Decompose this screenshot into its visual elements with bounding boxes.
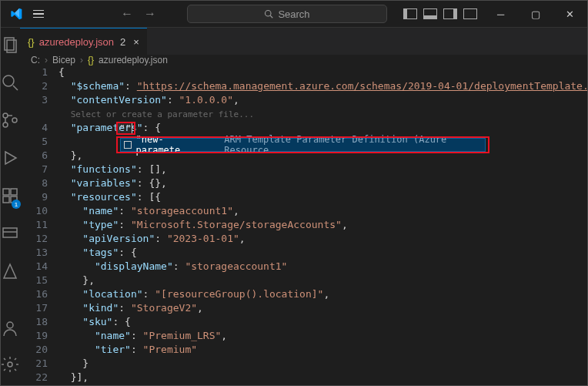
svg-point-16: [7, 322, 13, 328]
highlight-box: [116, 122, 135, 135]
chevron-right-icon: ›: [80, 55, 83, 65]
svg-rect-10: [3, 189, 9, 195]
line-number: 9: [20, 190, 48, 204]
run-debug-icon[interactable]: [1, 149, 19, 170]
line-number: 2: [20, 79, 48, 93]
explorer-icon[interactable]: [1, 35, 19, 56]
tab-close-icon[interactable]: ×: [133, 36, 139, 48]
svg-point-0: [266, 11, 272, 17]
remote-icon[interactable]: [1, 224, 19, 245]
line-number: 18: [20, 315, 48, 329]
line-number: 3: [20, 93, 48, 107]
svg-rect-12: [3, 196, 9, 203]
line-number: 8: [20, 176, 48, 190]
azure-icon[interactable]: [1, 262, 19, 283]
line-number: 21: [20, 357, 48, 371]
accounts-icon[interactable]: [1, 319, 19, 340]
layout-left-icon[interactable]: [403, 8, 417, 19]
search-activity-icon[interactable]: [1, 73, 19, 94]
line-number: 14: [20, 260, 48, 274]
line-number: 7: [20, 163, 48, 176]
breadcrumb-seg: azuredeploy.json: [99, 55, 168, 65]
tab-filename: azuredeploy.json: [39, 36, 114, 48]
search-placeholder: Search: [278, 8, 309, 20]
nav-forward-icon[interactable]: →: [144, 7, 156, 21]
command-search[interactable]: Search: [187, 5, 387, 23]
line-number: 5: [20, 135, 48, 149]
breadcrumb-seg: C:: [31, 55, 40, 65]
layout-full-icon[interactable]: [463, 8, 477, 19]
line-gutter: 123456789101112131415161718192021222324: [20, 65, 58, 386]
line-number: 17: [20, 301, 48, 315]
minimize-button[interactable]: ─: [483, 1, 518, 28]
line-number: 20: [20, 343, 48, 357]
line-number: 16: [20, 287, 48, 301]
svg-point-7: [3, 123, 8, 127]
close-window-button[interactable]: ✕: [553, 1, 587, 28]
line-number: 19: [20, 329, 48, 343]
tab-azuredeploy[interactable]: {} azuredeploy.json 2 ×: [20, 28, 147, 55]
line-number: 12: [20, 232, 48, 246]
editor[interactable]: 123456789101112131415161718192021222324 …: [20, 65, 588, 386]
maximize-button[interactable]: ▢: [518, 1, 553, 28]
line-number: 1: [20, 65, 48, 79]
layout-bottom-icon[interactable]: [423, 8, 437, 19]
vscode-logo-icon: [10, 8, 22, 20]
line-number: 4: [20, 121, 48, 135]
menu-button[interactable]: [33, 10, 44, 18]
line-number: 13: [20, 246, 48, 260]
breadcrumb-seg: Bicep: [52, 55, 75, 65]
svg-marker-9: [5, 152, 16, 164]
source-control-icon[interactable]: [1, 111, 19, 132]
svg-line-1: [271, 15, 273, 18]
search-icon: [264, 9, 273, 18]
line-number: 10: [20, 204, 48, 218]
svg-point-6: [3, 113, 8, 118]
line-number: [20, 107, 48, 121]
settings-gear-icon[interactable]: [1, 355, 19, 376]
tab-bar: {} azuredeploy.json 2 × ▥ ⋯: [20, 28, 588, 55]
svg-rect-14: [3, 228, 17, 237]
activity-bar: 1: [1, 28, 20, 385]
line-number: 15: [20, 274, 48, 287]
svg-point-8: [12, 118, 17, 123]
line-number: 6: [20, 149, 48, 163]
codelens-hint[interactable]: Select or create a parameter file...: [71, 109, 254, 119]
line-number: 11: [20, 218, 48, 232]
svg-point-17: [8, 362, 12, 367]
layout-right-icon[interactable]: [443, 8, 457, 19]
chevron-right-icon: ›: [45, 55, 48, 65]
nav-back-icon[interactable]: ←: [121, 7, 133, 21]
extensions-icon[interactable]: 1: [1, 186, 19, 207]
line-number: 22: [20, 371, 48, 384]
svg-point-4: [3, 76, 14, 86]
breadcrumb[interactable]: C: › Bicep › {} azuredeploy.json: [20, 55, 588, 65]
tab-problems-count: 2: [120, 36, 125, 48]
svg-line-5: [13, 86, 18, 90]
titlebar: ← → Search ─ ▢ ✕: [1, 1, 587, 28]
svg-rect-11: [11, 189, 17, 195]
highlight-box: [116, 136, 489, 153]
